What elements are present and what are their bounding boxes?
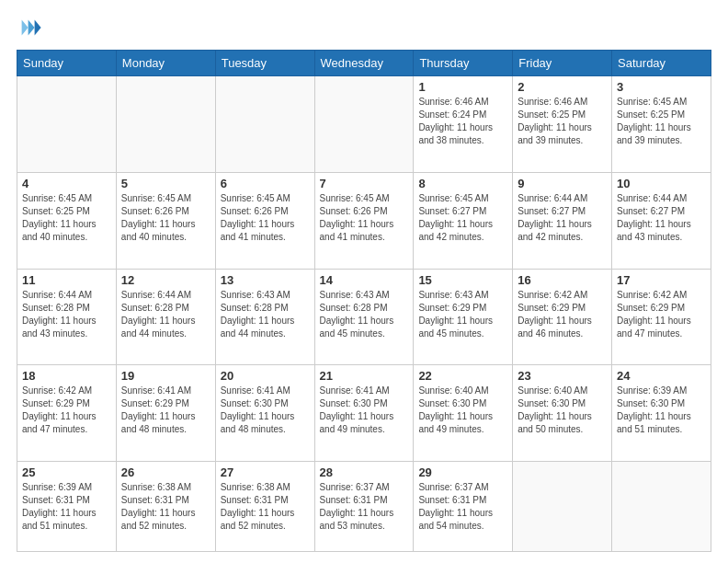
day-number: 6 <box>221 177 310 190</box>
calendar-cell: 10Sunrise: 6:44 AM Sunset: 6:27 PM Dayli… <box>612 172 711 269</box>
calendar-cell: 28Sunrise: 6:37 AM Sunset: 6:31 PM Dayli… <box>314 462 414 552</box>
day-number: 9 <box>518 177 607 190</box>
calendar-cell: 15Sunrise: 6:43 AM Sunset: 6:29 PM Dayli… <box>414 269 513 365</box>
day-number: 13 <box>221 273 310 287</box>
calendar-cell: 2Sunrise: 6:46 AM Sunset: 6:25 PM Daylig… <box>513 76 612 173</box>
svg-marker-2 <box>22 20 28 36</box>
weekday-header-monday: Monday <box>116 51 215 76</box>
day-info: Sunrise: 6:44 AM Sunset: 6:27 PM Dayligh… <box>518 192 607 244</box>
day-info: Sunrise: 6:46 AM Sunset: 6:24 PM Dayligh… <box>418 96 507 147</box>
calendar-cell: 6Sunrise: 6:45 AM Sunset: 6:26 PM Daylig… <box>215 172 314 269</box>
calendar-cell: 11Sunrise: 6:44 AM Sunset: 6:28 PM Dayli… <box>17 269 117 365</box>
day-info: Sunrise: 6:39 AM Sunset: 6:30 PM Dayligh… <box>617 385 706 436</box>
weekday-header-saturday: Saturday <box>612 51 711 76</box>
day-number: 29 <box>418 465 507 479</box>
day-number: 10 <box>617 177 706 190</box>
calendar-cell: 4Sunrise: 6:45 AM Sunset: 6:25 PM Daylig… <box>17 172 117 269</box>
day-number: 5 <box>121 177 210 190</box>
calendar-cell: 29Sunrise: 6:37 AM Sunset: 6:31 PM Dayli… <box>414 462 513 552</box>
day-info: Sunrise: 6:45 AM Sunset: 6:26 PM Dayligh… <box>121 192 210 244</box>
calendar-cell <box>612 462 711 552</box>
day-number: 15 <box>418 273 507 287</box>
calendar-cell: 25Sunrise: 6:39 AM Sunset: 6:31 PM Dayli… <box>17 462 117 552</box>
calendar-cell: 20Sunrise: 6:41 AM Sunset: 6:30 PM Dayli… <box>215 365 314 462</box>
day-number: 3 <box>617 80 706 94</box>
calendar-cell: 23Sunrise: 6:40 AM Sunset: 6:30 PM Dayli… <box>513 365 612 462</box>
day-number: 7 <box>320 177 409 190</box>
weekday-header-tuesday: Tuesday <box>215 51 314 76</box>
day-info: Sunrise: 6:45 AM Sunset: 6:27 PM Dayligh… <box>418 192 507 244</box>
day-number: 2 <box>518 80 607 94</box>
day-number: 21 <box>320 369 409 383</box>
day-number: 1 <box>418 80 507 94</box>
day-number: 23 <box>518 369 607 383</box>
day-info: Sunrise: 6:39 AM Sunset: 6:31 PM Dayligh… <box>22 481 111 533</box>
day-info: Sunrise: 6:44 AM Sunset: 6:28 PM Dayligh… <box>121 289 210 340</box>
calendar-cell: 18Sunrise: 6:42 AM Sunset: 6:29 PM Dayli… <box>17 365 117 462</box>
calendar-cell <box>215 76 314 173</box>
calendar-cell: 7Sunrise: 6:45 AM Sunset: 6:26 PM Daylig… <box>314 172 414 269</box>
day-info: Sunrise: 6:42 AM Sunset: 6:29 PM Dayligh… <box>22 385 111 436</box>
calendar-cell <box>513 462 612 552</box>
calendar-cell <box>116 76 215 173</box>
calendar-cell: 3Sunrise: 6:45 AM Sunset: 6:25 PM Daylig… <box>612 76 711 173</box>
calendar-cell: 8Sunrise: 6:45 AM Sunset: 6:27 PM Daylig… <box>414 172 513 269</box>
day-info: Sunrise: 6:40 AM Sunset: 6:30 PM Dayligh… <box>518 385 607 436</box>
calendar-table: SundayMondayTuesdayWednesdayThursdayFrid… <box>17 50 711 552</box>
day-number: 22 <box>418 369 507 383</box>
week-row-3: 11Sunrise: 6:44 AM Sunset: 6:28 PM Dayli… <box>17 269 711 365</box>
weekday-header-thursday: Thursday <box>414 51 513 76</box>
calendar-cell: 9Sunrise: 6:44 AM Sunset: 6:27 PM Daylig… <box>513 172 612 269</box>
day-info: Sunrise: 6:37 AM Sunset: 6:31 PM Dayligh… <box>418 481 507 533</box>
day-info: Sunrise: 6:37 AM Sunset: 6:31 PM Dayligh… <box>320 481 409 533</box>
calendar-cell: 21Sunrise: 6:41 AM Sunset: 6:30 PM Dayli… <box>314 365 414 462</box>
calendar-cell: 27Sunrise: 6:38 AM Sunset: 6:31 PM Dayli… <box>215 462 314 552</box>
week-row-1: 1Sunrise: 6:46 AM Sunset: 6:24 PM Daylig… <box>17 76 711 173</box>
day-info: Sunrise: 6:46 AM Sunset: 6:25 PM Dayligh… <box>518 96 607 147</box>
day-info: Sunrise: 6:43 AM Sunset: 6:29 PM Dayligh… <box>418 289 507 340</box>
day-info: Sunrise: 6:44 AM Sunset: 6:27 PM Dayligh… <box>617 192 706 244</box>
header <box>17 15 711 40</box>
day-info: Sunrise: 6:38 AM Sunset: 6:31 PM Dayligh… <box>121 481 210 533</box>
week-row-2: 4Sunrise: 6:45 AM Sunset: 6:25 PM Daylig… <box>17 172 711 269</box>
day-info: Sunrise: 6:42 AM Sunset: 6:29 PM Dayligh… <box>518 289 607 340</box>
day-number: 12 <box>121 273 210 287</box>
calendar-cell: 26Sunrise: 6:38 AM Sunset: 6:31 PM Dayli… <box>116 462 215 552</box>
day-info: Sunrise: 6:45 AM Sunset: 6:25 PM Dayligh… <box>22 192 111 244</box>
logo <box>17 15 46 40</box>
day-number: 20 <box>221 369 310 383</box>
day-info: Sunrise: 6:45 AM Sunset: 6:26 PM Dayligh… <box>320 192 409 244</box>
calendar-cell: 14Sunrise: 6:43 AM Sunset: 6:28 PM Dayli… <box>314 269 414 365</box>
calendar-cell: 12Sunrise: 6:44 AM Sunset: 6:28 PM Dayli… <box>116 269 215 365</box>
day-info: Sunrise: 6:42 AM Sunset: 6:29 PM Dayligh… <box>617 289 706 340</box>
calendar-cell: 16Sunrise: 6:42 AM Sunset: 6:29 PM Dayli… <box>513 269 612 365</box>
day-info: Sunrise: 6:41 AM Sunset: 6:30 PM Dayligh… <box>320 385 409 436</box>
day-number: 11 <box>22 273 111 287</box>
calendar-cell: 1Sunrise: 6:46 AM Sunset: 6:24 PM Daylig… <box>414 76 513 173</box>
day-info: Sunrise: 6:44 AM Sunset: 6:28 PM Dayligh… <box>22 289 111 340</box>
week-row-5: 25Sunrise: 6:39 AM Sunset: 6:31 PM Dayli… <box>17 462 711 552</box>
logo-icon <box>17 15 42 40</box>
day-number: 4 <box>22 177 111 190</box>
day-number: 26 <box>121 465 210 479</box>
day-number: 18 <box>22 369 111 383</box>
day-info: Sunrise: 6:41 AM Sunset: 6:30 PM Dayligh… <box>221 385 310 436</box>
calendar-cell: 5Sunrise: 6:45 AM Sunset: 6:26 PM Daylig… <box>116 172 215 269</box>
calendar-cell <box>314 76 414 173</box>
day-number: 28 <box>320 465 409 479</box>
day-number: 14 <box>320 273 409 287</box>
calendar-cell: 24Sunrise: 6:39 AM Sunset: 6:30 PM Dayli… <box>612 365 711 462</box>
day-number: 8 <box>418 177 507 190</box>
day-info: Sunrise: 6:43 AM Sunset: 6:28 PM Dayligh… <box>221 289 310 340</box>
day-info: Sunrise: 6:43 AM Sunset: 6:28 PM Dayligh… <box>320 289 409 340</box>
weekday-header-friday: Friday <box>513 51 612 76</box>
page: SundayMondayTuesdayWednesdayThursdayFrid… <box>0 0 728 563</box>
day-info: Sunrise: 6:45 AM Sunset: 6:25 PM Dayligh… <box>617 96 706 147</box>
day-number: 24 <box>617 369 706 383</box>
day-info: Sunrise: 6:41 AM Sunset: 6:29 PM Dayligh… <box>121 385 210 436</box>
day-info: Sunrise: 6:40 AM Sunset: 6:30 PM Dayligh… <box>418 385 507 436</box>
day-number: 17 <box>617 273 706 287</box>
week-row-4: 18Sunrise: 6:42 AM Sunset: 6:29 PM Dayli… <box>17 365 711 462</box>
day-info: Sunrise: 6:45 AM Sunset: 6:26 PM Dayligh… <box>221 192 310 244</box>
calendar-cell: 13Sunrise: 6:43 AM Sunset: 6:28 PM Dayli… <box>215 269 314 365</box>
